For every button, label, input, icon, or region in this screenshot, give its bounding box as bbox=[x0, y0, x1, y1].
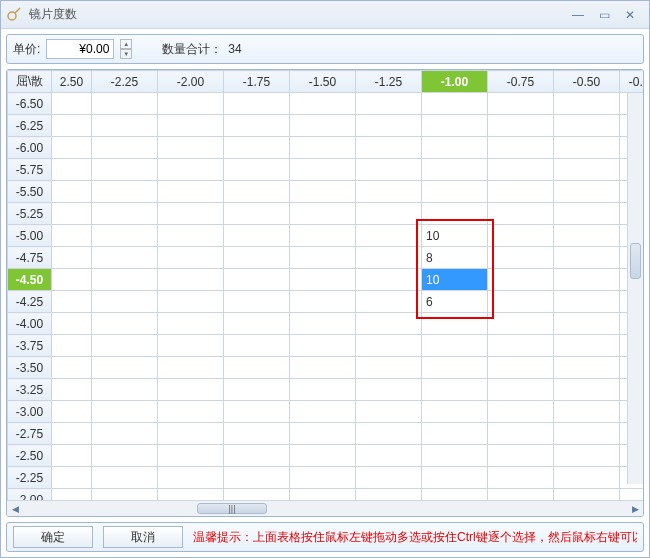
grid-cell[interactable] bbox=[224, 269, 290, 291]
grid-cell[interactable] bbox=[290, 159, 356, 181]
col-header[interactable]: -2.25 bbox=[92, 71, 158, 93]
vertical-scrollbar[interactable] bbox=[627, 93, 643, 484]
grid-cell[interactable] bbox=[554, 225, 620, 247]
grid-cell[interactable]: 10 bbox=[422, 225, 488, 247]
grid-cell[interactable] bbox=[356, 137, 422, 159]
grid-cell[interactable] bbox=[554, 291, 620, 313]
grid-cell[interactable] bbox=[488, 225, 554, 247]
grid-cell[interactable] bbox=[92, 467, 158, 489]
cancel-button[interactable]: 取消 bbox=[103, 526, 183, 548]
grid-cell[interactable] bbox=[52, 225, 92, 247]
grid-cell[interactable] bbox=[422, 467, 488, 489]
grid-cell[interactable] bbox=[158, 489, 224, 501]
grid-cell[interactable] bbox=[52, 401, 92, 423]
grid-cell[interactable] bbox=[620, 489, 644, 501]
grid-cell[interactable] bbox=[224, 357, 290, 379]
col-header[interactable]: 2.50 bbox=[52, 71, 92, 93]
grid-cell[interactable] bbox=[92, 269, 158, 291]
grid-cell[interactable] bbox=[422, 489, 488, 501]
grid-cell[interactable] bbox=[52, 247, 92, 269]
hscroll-left-icon[interactable]: ◀ bbox=[7, 501, 23, 516]
row-header[interactable]: -3.50 bbox=[8, 357, 52, 379]
grid-cell[interactable] bbox=[92, 379, 158, 401]
grid-cell[interactable] bbox=[488, 93, 554, 115]
grid-cell[interactable] bbox=[158, 467, 224, 489]
col-header[interactable]: -1.25 bbox=[356, 71, 422, 93]
grid-cell[interactable] bbox=[422, 203, 488, 225]
col-header[interactable]: -0.50 bbox=[554, 71, 620, 93]
row-header[interactable]: -2.50 bbox=[8, 445, 52, 467]
grid-cell[interactable] bbox=[488, 489, 554, 501]
grid-cell[interactable] bbox=[554, 423, 620, 445]
grid-cell[interactable]: 6 bbox=[422, 291, 488, 313]
grid-cell[interactable] bbox=[92, 489, 158, 501]
grid-cell[interactable] bbox=[488, 379, 554, 401]
grid-cell[interactable] bbox=[422, 335, 488, 357]
grid-cell[interactable] bbox=[224, 159, 290, 181]
grid-cell[interactable] bbox=[488, 335, 554, 357]
grid-cell[interactable] bbox=[52, 269, 92, 291]
grid-cell[interactable] bbox=[356, 181, 422, 203]
row-header[interactable]: -5.50 bbox=[8, 181, 52, 203]
grid-cell[interactable] bbox=[92, 401, 158, 423]
grid-cell[interactable] bbox=[290, 269, 356, 291]
grid-cell[interactable] bbox=[158, 181, 224, 203]
grid-cell[interactable] bbox=[92, 225, 158, 247]
grid-cell[interactable] bbox=[224, 467, 290, 489]
grid-cell[interactable] bbox=[224, 401, 290, 423]
grid-cell[interactable] bbox=[554, 445, 620, 467]
grid-cell[interactable] bbox=[224, 225, 290, 247]
grid-cell[interactable] bbox=[554, 357, 620, 379]
grid-cell[interactable] bbox=[224, 445, 290, 467]
grid-cell[interactable] bbox=[52, 203, 92, 225]
grid-cell[interactable] bbox=[158, 379, 224, 401]
row-header[interactable]: -2.00 bbox=[8, 489, 52, 501]
grid-cell[interactable] bbox=[158, 247, 224, 269]
grid-cell[interactable] bbox=[554, 159, 620, 181]
row-header[interactable]: -3.75 bbox=[8, 335, 52, 357]
col-header[interactable]: -1.75 bbox=[224, 71, 290, 93]
grid-cell[interactable] bbox=[356, 247, 422, 269]
grid-cell[interactable] bbox=[52, 115, 92, 137]
grid-cell[interactable] bbox=[488, 401, 554, 423]
grid-cell[interactable] bbox=[224, 313, 290, 335]
grid-cell[interactable] bbox=[356, 401, 422, 423]
grid-cell[interactable] bbox=[158, 269, 224, 291]
grid-cell[interactable] bbox=[290, 203, 356, 225]
data-grid[interactable]: 屈\散2.50-2.25-2.00-1.75-1.50-1.25-1.00-0.… bbox=[7, 70, 643, 500]
grid-cell[interactable] bbox=[290, 181, 356, 203]
grid-cell[interactable] bbox=[290, 247, 356, 269]
grid-cell[interactable] bbox=[52, 423, 92, 445]
grid-cell[interactable] bbox=[92, 115, 158, 137]
grid-cell[interactable] bbox=[356, 159, 422, 181]
grid-cell[interactable] bbox=[422, 357, 488, 379]
grid-cell[interactable]: 10 bbox=[422, 269, 488, 291]
grid-cell[interactable] bbox=[158, 335, 224, 357]
grid-cell[interactable] bbox=[356, 93, 422, 115]
price-spinner[interactable]: ▲ ▼ bbox=[120, 39, 132, 59]
grid-cell[interactable] bbox=[92, 445, 158, 467]
grid-cell[interactable] bbox=[158, 401, 224, 423]
grid-cell[interactable] bbox=[224, 489, 290, 501]
grid-cell[interactable] bbox=[92, 159, 158, 181]
grid-cell[interactable] bbox=[52, 291, 92, 313]
grid-cell[interactable] bbox=[92, 181, 158, 203]
row-header[interactable]: -3.25 bbox=[8, 379, 52, 401]
grid-cell[interactable] bbox=[52, 93, 92, 115]
grid-cell[interactable] bbox=[52, 489, 92, 501]
grid-cell[interactable] bbox=[488, 313, 554, 335]
row-header[interactable]: -4.00 bbox=[8, 313, 52, 335]
grid-cell[interactable] bbox=[356, 115, 422, 137]
grid-cell[interactable] bbox=[356, 489, 422, 501]
maximize-button[interactable]: ▭ bbox=[591, 7, 617, 23]
grid-cell[interactable] bbox=[52, 357, 92, 379]
grid-cell[interactable] bbox=[422, 445, 488, 467]
col-header[interactable]: -1.50 bbox=[290, 71, 356, 93]
grid-cell[interactable] bbox=[224, 379, 290, 401]
grid-cell[interactable] bbox=[224, 291, 290, 313]
minimize-button[interactable]: — bbox=[565, 7, 591, 23]
grid-cell[interactable] bbox=[158, 203, 224, 225]
grid-cell[interactable] bbox=[52, 335, 92, 357]
grid-cell[interactable] bbox=[92, 357, 158, 379]
grid-cell[interactable] bbox=[290, 291, 356, 313]
